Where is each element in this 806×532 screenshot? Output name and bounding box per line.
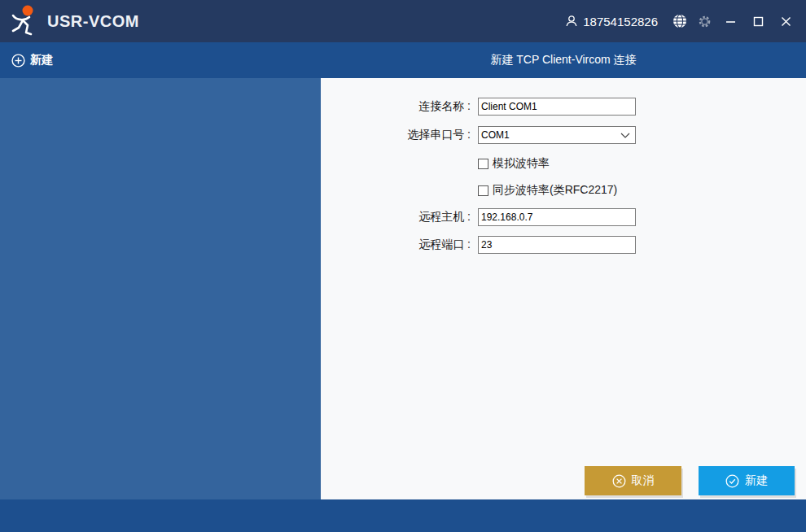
cancel-button[interactable]: 取消 [585, 466, 681, 495]
virtual-baud-label: 模拟波特率 [493, 156, 550, 171]
minimize-icon[interactable] [716, 0, 744, 42]
cancel-button-label: 取消 [632, 473, 655, 488]
new-connection-button[interactable]: 新建 [11, 42, 53, 78]
connection-name-row: 连接名称 : [321, 98, 636, 116]
gear-icon[interactable] [692, 0, 716, 42]
remote-host-input[interactable] [478, 208, 636, 226]
remote-port-input[interactable] [478, 236, 636, 254]
cancel-circle-x-icon [612, 474, 626, 488]
plus-circle-icon [11, 54, 25, 68]
sync-baud-label: 同步波特率(类RFC2217) [493, 183, 617, 198]
remote-host-row: 远程主机 : [321, 208, 636, 226]
usr-vcom-window: USR-VCOM 18754152826 [0, 0, 806, 532]
app-title: USR-VCOM [47, 12, 139, 31]
serial-port-value: COM1 [481, 129, 510, 141]
globe-icon[interactable] [668, 0, 692, 42]
remote-port-row: 远程端口 : [321, 236, 636, 254]
connection-name-input[interactable] [478, 98, 636, 116]
checkbox-box[interactable] [478, 185, 488, 196]
remote-host-label: 远程主机 : [321, 210, 471, 225]
virtual-baud-checkbox[interactable]: 模拟波特率 [478, 156, 550, 171]
checkbox-box[interactable] [478, 159, 488, 169]
page-title: 新建 TCP Client-Vircom 连接 [321, 42, 806, 78]
create-button-label: 新建 [745, 473, 768, 488]
account-number: 18754152826 [583, 15, 658, 28]
account-info[interactable]: 18754152826 [565, 15, 658, 28]
serial-port-select[interactable]: COM1 [478, 126, 636, 144]
close-icon[interactable] [772, 0, 799, 42]
navbar: 新建 新建 TCP Client-Vircom 连接 [0, 42, 806, 78]
body-area: 连接名称 : 选择串口号 : COM1 模拟波特率 同步波特率(类RFC2217… [0, 78, 806, 499]
maximize-icon[interactable] [744, 0, 772, 42]
confirm-circle-check-icon [725, 474, 739, 488]
titlebar: USR-VCOM 18754152826 [0, 0, 806, 42]
serial-port-row: 选择串口号 : COM1 [321, 126, 636, 144]
serial-port-label: 选择串口号 : [321, 128, 471, 142]
statusbar [0, 499, 806, 532]
sync-baud-checkbox[interactable]: 同步波特率(类RFC2217) [478, 183, 617, 198]
chevron-down-icon [620, 133, 630, 138]
connection-form: 连接名称 : 选择串口号 : COM1 模拟波特率 同步波特率(类RFC2217… [321, 78, 806, 499]
user-icon [565, 15, 578, 28]
connection-name-label: 连接名称 : [321, 99, 471, 114]
connection-list-sidebar[interactable] [0, 78, 321, 499]
create-button[interactable]: 新建 [699, 466, 795, 495]
app-logo-icon [7, 3, 41, 39]
new-connection-label: 新建 [30, 53, 53, 68]
titlebar-right: 18754152826 [565, 0, 806, 42]
remote-port-label: 远程端口 : [321, 238, 471, 252]
